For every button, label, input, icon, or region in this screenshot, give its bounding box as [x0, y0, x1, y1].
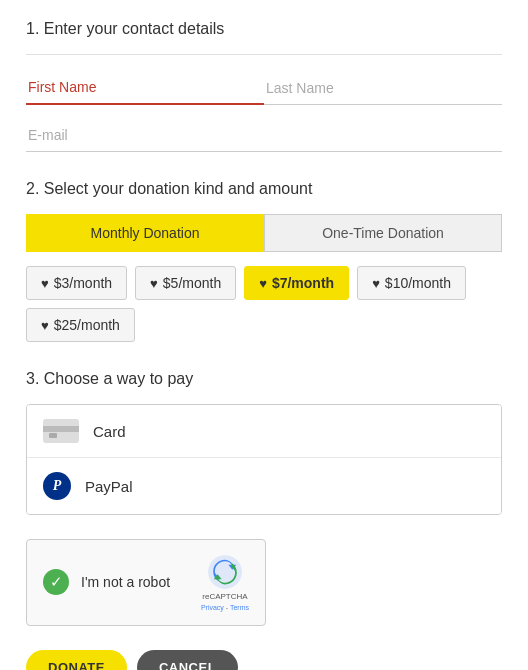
amount-3[interactable]: ♥ $3/month — [26, 266, 127, 300]
paypal-icon: P — [43, 472, 71, 500]
payment-title: 3. Choose a way to pay — [26, 370, 502, 388]
email-row — [26, 119, 502, 152]
donate-button[interactable]: DONATE — [26, 650, 127, 670]
captcha-check-icon: ✓ — [43, 569, 69, 595]
cancel-button[interactable]: CANCEL — [137, 650, 238, 670]
heart-icon-7: ♥ — [259, 276, 267, 291]
payment-card[interactable]: Card — [27, 405, 501, 458]
tab-monthly[interactable]: Monthly Donation — [26, 214, 264, 252]
terms-link[interactable]: Terms — [230, 604, 249, 611]
captcha-box[interactable]: ✓ I'm not a robot reCAPTCHA Privacy - Te… — [26, 539, 266, 626]
amount-3-label: $3/month — [54, 275, 112, 291]
recaptcha-logo-icon — [207, 554, 243, 590]
heart-icon-5: ♥ — [150, 276, 158, 291]
contact-divider — [26, 54, 502, 55]
heart-icon-10: ♥ — [372, 276, 380, 291]
captcha-links: Privacy - Terms — [201, 604, 249, 611]
donation-section: 2. Select your donation kind and amount … — [26, 180, 502, 342]
payment-section: 3. Choose a way to pay Card P PayPal — [26, 370, 502, 515]
recaptcha-brand: reCAPTCHA — [202, 592, 247, 602]
contact-title: 1. Enter your contact details — [26, 20, 502, 38]
first-name-input[interactable] — [26, 71, 264, 105]
heart-icon-25: ♥ — [41, 318, 49, 333]
amount-7-label: $7/month — [272, 275, 334, 291]
name-row — [26, 71, 502, 105]
tab-onetime[interactable]: One-Time Donation — [264, 214, 502, 252]
payment-options: Card P PayPal — [26, 404, 502, 515]
amount-10-label: $10/month — [385, 275, 451, 291]
captcha-right: reCAPTCHA Privacy - Terms — [201, 554, 249, 611]
contact-section: 1. Enter your contact details — [26, 20, 502, 152]
donation-tabs: Monthly Donation One-Time Donation — [26, 214, 502, 252]
amount-10[interactable]: ♥ $10/month — [357, 266, 466, 300]
payment-paypal[interactable]: P PayPal — [27, 458, 501, 514]
action-row: DONATE CANCEL — [26, 650, 502, 670]
privacy-link[interactable]: Privacy — [201, 604, 224, 611]
captcha-label: I'm not a robot — [81, 574, 170, 590]
card-label: Card — [93, 423, 126, 440]
card-icon — [43, 419, 79, 443]
amount-25[interactable]: ♥ $25/month — [26, 308, 135, 342]
last-name-input[interactable] — [264, 71, 502, 105]
captcha-section: ✓ I'm not a robot reCAPTCHA Privacy - Te… — [26, 539, 502, 626]
paypal-label: PayPal — [85, 478, 133, 495]
amount-7[interactable]: ♥ $7/month — [244, 266, 349, 300]
amount-5-label: $5/month — [163, 275, 221, 291]
captcha-left: ✓ I'm not a robot — [43, 569, 170, 595]
email-input[interactable] — [26, 119, 502, 151]
heart-icon-3: ♥ — [41, 276, 49, 291]
amount-options: ♥ $3/month ♥ $5/month ♥ $7/month ♥ $10/m… — [26, 266, 502, 342]
amount-25-label: $25/month — [54, 317, 120, 333]
donation-title: 2. Select your donation kind and amount — [26, 180, 502, 198]
amount-5[interactable]: ♥ $5/month — [135, 266, 236, 300]
